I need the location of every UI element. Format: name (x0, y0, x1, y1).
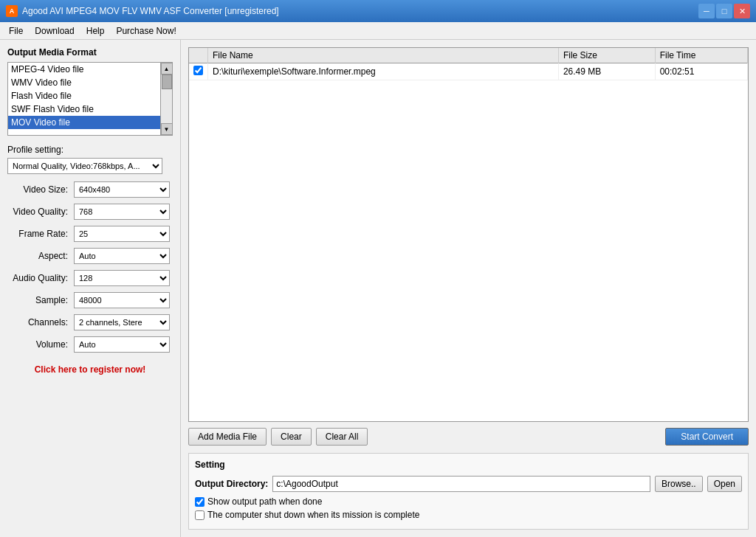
buttons-row: Add Media File Clear Clear All Start Con… (188, 428, 749, 446)
format-item-mpeg4[interactable]: MPEG-4 Video file (8, 63, 160, 76)
channels-row: Channels: 2 channels, Stere 1 channel, M… (7, 314, 173, 330)
scroll-up-btn[interactable]: ▲ (161, 63, 173, 75)
clear-all-button[interactable]: Clear All (316, 428, 368, 446)
channels-label: Channels: (7, 317, 74, 328)
profile-setting-dropdown[interactable]: Normal Quality, Video:768kbps, A... (7, 158, 162, 174)
sample-label: Sample: (7, 295, 74, 305)
frame-rate-label: Frame Rate: (7, 229, 74, 239)
output-dir-input[interactable] (272, 476, 650, 492)
file-table-container: File Name File Size File Time D:\kituri\… (188, 47, 749, 422)
menu-download[interactable]: Download (29, 24, 80, 38)
table-row: D:\kituri\exemple\Software.Informer.mpeg… (189, 63, 748, 80)
table-header-row: File Name File Size File Time (189, 48, 748, 63)
sample-row: Sample: 48000 44100 22050 8000 (7, 292, 173, 308)
output-dir-row: Output Directory: Browse.. Open (195, 476, 742, 492)
start-convert-button[interactable]: Start Convert (665, 428, 749, 446)
menu-purchase[interactable]: Purchase Now! (110, 24, 182, 38)
open-button[interactable]: Open (707, 476, 742, 492)
show-output-path-option: Show output path when done (195, 496, 742, 507)
menu-help[interactable]: Help (80, 24, 111, 38)
channels-dropdown[interactable]: 2 channels, Stere 1 channel, Mono (74, 314, 170, 330)
maximize-button[interactable]: □ (716, 4, 732, 18)
video-size-dropdown[interactable]: 640x480 320x240 720x480 1280x720 (74, 181, 170, 198)
scroll-track (161, 75, 172, 123)
show-output-path-checkbox[interactable] (195, 497, 205, 507)
shutdown-option: The computer shut down when its mission … (195, 510, 742, 520)
audio-quality-label: Audio Quality: (7, 273, 74, 283)
left-panel: Output Media Format MPEG-4 Video file WM… (0, 40, 181, 537)
format-item-swf[interactable]: SWF Flash Video file (8, 103, 160, 116)
add-media-file-button[interactable]: Add Media File (188, 428, 267, 446)
volume-row: Volume: Auto 50% 75% 100% 125% (7, 336, 173, 353)
title-bar-left: A Agood AVI MPEG4 MOV FLV WMV ASF Conver… (6, 5, 279, 17)
row-filename: D:\kituri\exemple\Software.Informer.mpeg (208, 63, 559, 80)
clear-button[interactable]: Clear (271, 428, 312, 446)
aspect-row: Aspect: Auto 4:3 16:9 (7, 248, 173, 264)
scroll-thumb[interactable] (162, 75, 172, 89)
app-icon: A (6, 5, 18, 17)
settings-section: Setting Output Directory: Browse.. Open … (188, 453, 749, 530)
shutdown-checkbox[interactable] (195, 510, 205, 520)
settings-title: Setting (195, 460, 742, 470)
col-checkbox (189, 48, 208, 63)
profile-section: Profile setting: Normal Quality, Video:7… (7, 145, 173, 174)
right-panel: File Name File Size File Time D:\kituri\… (181, 40, 756, 537)
video-quality-row: Video Quality: 768 512 1024 256 (7, 204, 173, 220)
video-quality-label: Video Quality: (7, 207, 74, 217)
profile-setting-label: Profile setting: (7, 145, 173, 155)
output-format-label: Output Media Format (7, 47, 173, 58)
shutdown-label: The computer shut down when its mission … (207, 510, 419, 520)
title-text: Agood AVI MPEG4 MOV FLV WMV ASF Converte… (22, 6, 279, 16)
format-item-mov[interactable]: MOV Video file (8, 116, 160, 129)
title-controls: ─ □ ✕ (698, 4, 750, 18)
browse-button[interactable]: Browse.. (655, 476, 703, 492)
register-link[interactable]: Click here to register now! (35, 360, 146, 376)
audio-quality-dropdown[interactable]: 128 64 192 256 (74, 270, 170, 286)
title-bar: A Agood AVI MPEG4 MOV FLV WMV ASF Conver… (0, 0, 756, 22)
col-filetime: File Time (655, 48, 747, 63)
menu-bar: File Download Help Purchase Now! (0, 22, 756, 40)
file-table: File Name File Size File Time D:\kituri\… (189, 48, 748, 80)
format-item-flash[interactable]: Flash Video file (8, 89, 160, 103)
aspect-dropdown[interactable]: Auto 4:3 16:9 (74, 248, 170, 264)
file-table-body: D:\kituri\exemple\Software.Informer.mpeg… (189, 63, 748, 80)
row-filesize: 26.49 MB (558, 63, 655, 80)
col-filesize: File Size (558, 48, 655, 63)
video-size-row: Video Size: 640x480 320x240 720x480 1280… (7, 181, 173, 198)
frame-rate-dropdown[interactable]: 25 15 30 24 (74, 226, 170, 242)
menu-file[interactable]: File (3, 24, 29, 38)
format-list: MPEG-4 Video file WMV Video file Flash V… (8, 63, 160, 135)
video-quality-dropdown[interactable]: 768 512 1024 256 (74, 204, 170, 220)
sample-dropdown[interactable]: 48000 44100 22050 8000 (74, 292, 170, 308)
show-output-path-label: Show output path when done (207, 496, 322, 507)
output-dir-label: Output Directory: (195, 479, 268, 489)
volume-dropdown[interactable]: Auto 50% 75% 100% 125% (74, 336, 170, 353)
row-checkbox[interactable] (193, 66, 203, 75)
format-item-wmv[interactable]: WMV Video file (8, 76, 160, 89)
row-filetime: 00:02:51 (655, 63, 747, 80)
scroll-down-btn[interactable]: ▼ (161, 123, 173, 135)
main-window: Output Media Format MPEG-4 Video file WM… (0, 40, 756, 537)
close-button[interactable]: ✕ (734, 4, 750, 18)
format-scrollbar: ▲ ▼ (160, 63, 172, 135)
row-checkbox-cell[interactable] (189, 63, 208, 80)
frame-rate-row: Frame Rate: 25 15 30 24 (7, 226, 173, 242)
video-size-label: Video Size: (7, 184, 74, 195)
aspect-label: Aspect: (7, 251, 74, 261)
format-list-container: MPEG-4 Video file WMV Video file Flash V… (7, 62, 173, 136)
volume-label: Volume: (7, 339, 74, 350)
col-filename: File Name (208, 48, 559, 63)
audio-quality-row: Audio Quality: 128 64 192 256 (7, 270, 173, 286)
minimize-button[interactable]: ─ (698, 4, 715, 18)
